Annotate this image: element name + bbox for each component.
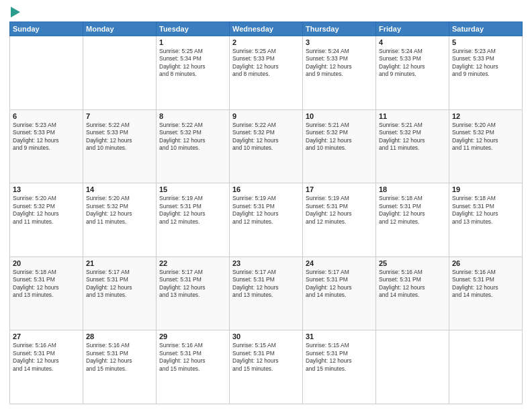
calendar-cell: 23Sunrise: 5:17 AM Sunset: 5:31 PM Dayli… (230, 257, 303, 330)
day-number: 20 (13, 259, 80, 267)
day-number: 21 (86, 259, 153, 267)
day-number: 1 (159, 38, 226, 46)
calendar-week-row: 27Sunrise: 5:16 AM Sunset: 5:31 PM Dayli… (10, 330, 523, 404)
logo-arrow-icon (11, 7, 20, 17)
day-info: Sunrise: 5:17 AM Sunset: 5:31 PM Dayligh… (306, 269, 373, 300)
weekday-header-saturday: Saturday (449, 22, 523, 36)
calendar-header-row: SundayMondayTuesdayWednesdayThursdayFrid… (10, 22, 523, 36)
day-number: 12 (452, 112, 519, 120)
calendar-cell: 19Sunrise: 5:18 AM Sunset: 5:31 PM Dayli… (449, 183, 523, 257)
calendar-cell: 31Sunrise: 5:15 AM Sunset: 5:31 PM Dayli… (303, 330, 376, 404)
day-number: 6 (13, 112, 80, 120)
calendar-cell: 6Sunrise: 5:23 AM Sunset: 5:33 PM Daylig… (10, 109, 83, 183)
calendar-week-row: 20Sunrise: 5:18 AM Sunset: 5:31 PM Dayli… (10, 257, 523, 330)
day-number: 4 (379, 38, 446, 46)
calendar-cell: 17Sunrise: 5:19 AM Sunset: 5:31 PM Dayli… (303, 183, 376, 257)
weekday-header-sunday: Sunday (10, 22, 83, 36)
day-info: Sunrise: 5:17 AM Sunset: 5:31 PM Dayligh… (232, 269, 300, 300)
calendar-cell (376, 330, 449, 404)
weekday-header-friday: Friday (376, 22, 449, 36)
day-number: 17 (306, 185, 373, 193)
calendar-cell: 3Sunrise: 5:24 AM Sunset: 5:33 PM Daylig… (303, 36, 376, 110)
calendar-cell: 20Sunrise: 5:18 AM Sunset: 5:31 PM Dayli… (10, 257, 83, 330)
logo-text (9, 7, 20, 17)
day-number: 23 (232, 259, 300, 267)
day-info: Sunrise: 5:23 AM Sunset: 5:33 PM Dayligh… (452, 48, 519, 79)
page: SundayMondayTuesdayWednesdayThursdayFrid… (0, 0, 532, 411)
logo (9, 7, 20, 17)
calendar-cell: 29Sunrise: 5:16 AM Sunset: 5:31 PM Dayli… (157, 330, 230, 404)
day-number: 29 (159, 332, 226, 340)
day-info: Sunrise: 5:19 AM Sunset: 5:31 PM Dayligh… (159, 195, 226, 226)
calendar-cell: 25Sunrise: 5:16 AM Sunset: 5:31 PM Dayli… (376, 257, 449, 330)
day-number: 19 (452, 185, 519, 193)
calendar-cell (10, 36, 83, 110)
day-number: 5 (452, 38, 519, 46)
day-info: Sunrise: 5:16 AM Sunset: 5:31 PM Dayligh… (452, 269, 519, 300)
day-info: Sunrise: 5:22 AM Sunset: 5:32 PM Dayligh… (159, 122, 226, 152)
calendar-cell: 28Sunrise: 5:16 AM Sunset: 5:31 PM Dayli… (83, 330, 157, 404)
day-number: 24 (306, 259, 373, 267)
day-number: 31 (306, 332, 373, 340)
day-number: 27 (13, 332, 80, 340)
day-info: Sunrise: 5:17 AM Sunset: 5:31 PM Dayligh… (159, 269, 226, 300)
day-number: 7 (86, 112, 153, 120)
calendar-cell: 7Sunrise: 5:22 AM Sunset: 5:33 PM Daylig… (83, 109, 157, 183)
calendar-cell: 21Sunrise: 5:17 AM Sunset: 5:31 PM Dayli… (83, 257, 157, 330)
calendar-cell: 12Sunrise: 5:20 AM Sunset: 5:32 PM Dayli… (449, 109, 523, 183)
day-info: Sunrise: 5:23 AM Sunset: 5:33 PM Dayligh… (13, 122, 80, 152)
day-number: 26 (452, 259, 519, 267)
day-info: Sunrise: 5:19 AM Sunset: 5:31 PM Dayligh… (232, 195, 300, 226)
day-info: Sunrise: 5:22 AM Sunset: 5:33 PM Dayligh… (86, 122, 153, 152)
weekday-header-monday: Monday (83, 22, 157, 36)
calendar-cell: 11Sunrise: 5:21 AM Sunset: 5:32 PM Dayli… (376, 109, 449, 183)
calendar-cell: 14Sunrise: 5:20 AM Sunset: 5:32 PM Dayli… (83, 183, 157, 257)
calendar-cell: 22Sunrise: 5:17 AM Sunset: 5:31 PM Dayli… (157, 257, 230, 330)
day-number: 9 (232, 112, 300, 120)
calendar-cell: 18Sunrise: 5:18 AM Sunset: 5:31 PM Dayli… (376, 183, 449, 257)
day-info: Sunrise: 5:15 AM Sunset: 5:31 PM Dayligh… (306, 342, 373, 373)
calendar-cell: 26Sunrise: 5:16 AM Sunset: 5:31 PM Dayli… (449, 257, 523, 330)
day-number: 11 (379, 112, 446, 120)
day-info: Sunrise: 5:22 AM Sunset: 5:32 PM Dayligh… (232, 122, 300, 152)
weekday-header-thursday: Thursday (303, 22, 376, 36)
calendar-cell: 1Sunrise: 5:25 AM Sunset: 5:34 PM Daylig… (157, 36, 230, 110)
day-info: Sunrise: 5:18 AM Sunset: 5:31 PM Dayligh… (13, 269, 80, 300)
day-info: Sunrise: 5:25 AM Sunset: 5:33 PM Dayligh… (232, 48, 300, 79)
day-number: 25 (379, 259, 446, 267)
day-info: Sunrise: 5:20 AM Sunset: 5:32 PM Dayligh… (452, 122, 519, 152)
calendar-cell: 10Sunrise: 5:21 AM Sunset: 5:32 PM Dayli… (303, 109, 376, 183)
day-info: Sunrise: 5:20 AM Sunset: 5:32 PM Dayligh… (13, 195, 80, 226)
day-info: Sunrise: 5:20 AM Sunset: 5:32 PM Dayligh… (86, 195, 153, 226)
calendar-cell: 4Sunrise: 5:24 AM Sunset: 5:33 PM Daylig… (376, 36, 449, 110)
day-info: Sunrise: 5:21 AM Sunset: 5:32 PM Dayligh… (306, 122, 373, 152)
day-number: 10 (306, 112, 373, 120)
day-number: 13 (13, 185, 80, 193)
calendar-cell: 15Sunrise: 5:19 AM Sunset: 5:31 PM Dayli… (157, 183, 230, 257)
weekday-header-tuesday: Tuesday (157, 22, 230, 36)
day-info: Sunrise: 5:16 AM Sunset: 5:31 PM Dayligh… (159, 342, 226, 373)
day-number: 28 (86, 332, 153, 340)
calendar-cell (449, 330, 523, 404)
calendar-cell: 27Sunrise: 5:16 AM Sunset: 5:31 PM Dayli… (10, 330, 83, 404)
day-info: Sunrise: 5:25 AM Sunset: 5:34 PM Dayligh… (159, 48, 226, 79)
day-number: 16 (232, 185, 300, 193)
day-number: 22 (159, 259, 226, 267)
calendar-week-row: 1Sunrise: 5:25 AM Sunset: 5:34 PM Daylig… (10, 36, 523, 110)
day-number: 15 (159, 185, 226, 193)
day-info: Sunrise: 5:24 AM Sunset: 5:33 PM Dayligh… (306, 48, 373, 79)
day-info: Sunrise: 5:16 AM Sunset: 5:31 PM Dayligh… (13, 342, 80, 373)
day-number: 2 (232, 38, 300, 46)
calendar-cell: 8Sunrise: 5:22 AM Sunset: 5:32 PM Daylig… (157, 109, 230, 183)
day-info: Sunrise: 5:18 AM Sunset: 5:31 PM Dayligh… (452, 195, 519, 226)
day-info: Sunrise: 5:16 AM Sunset: 5:31 PM Dayligh… (86, 342, 153, 373)
day-number: 8 (159, 112, 226, 120)
calendar-cell: 24Sunrise: 5:17 AM Sunset: 5:31 PM Dayli… (303, 257, 376, 330)
calendar-cell (83, 36, 157, 110)
day-info: Sunrise: 5:24 AM Sunset: 5:33 PM Dayligh… (379, 48, 446, 79)
calendar-week-row: 13Sunrise: 5:20 AM Sunset: 5:32 PM Dayli… (10, 183, 523, 257)
day-info: Sunrise: 5:16 AM Sunset: 5:31 PM Dayligh… (379, 269, 446, 300)
calendar-week-row: 6Sunrise: 5:23 AM Sunset: 5:33 PM Daylig… (10, 109, 523, 183)
calendar-table: SundayMondayTuesdayWednesdayThursdayFrid… (9, 21, 523, 404)
day-number: 14 (86, 185, 153, 193)
